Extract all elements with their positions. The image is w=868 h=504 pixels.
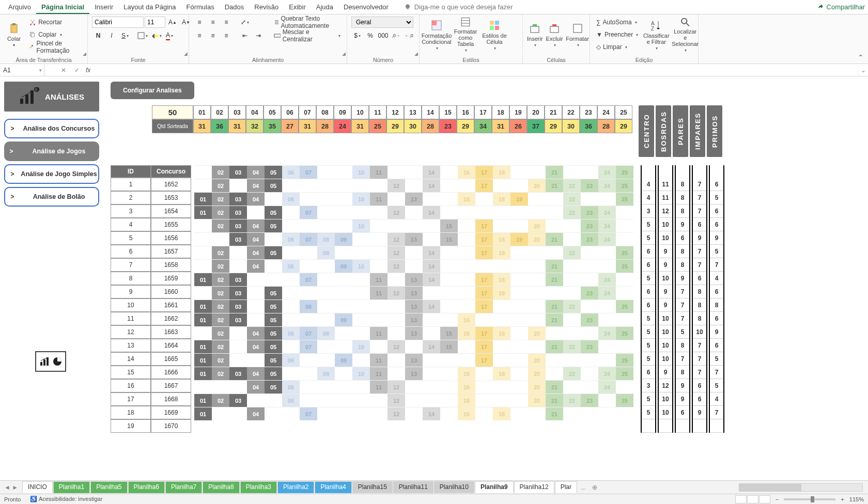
formula-input[interactable] (95, 64, 854, 76)
sheet-tab-planilha1[interactable]: Planilha1 (53, 481, 90, 493)
grid-cell (510, 407, 528, 420)
sheet-tab-planilha11[interactable]: Planilha11 (393, 481, 433, 493)
menu-dados[interactable]: Dados (220, 1, 250, 13)
format-table-button[interactable]: Formatar como Tabela (453, 17, 478, 53)
delete-button[interactable]: Excluir (546, 17, 563, 53)
analysis-btn-0[interactable]: >Análise dos Concursos (4, 119, 99, 138)
font-color-button[interactable]: A (163, 30, 176, 41)
cancel-formula-button[interactable]: ✕ (59, 67, 68, 74)
align-right-button[interactable]: ≡ (220, 30, 233, 41)
sheet-tab-planilha4[interactable]: Planilha4 (315, 481, 351, 493)
svg-rect-17 (495, 26, 499, 30)
sheet-tab-planilha10[interactable]: Planilha10 (434, 481, 474, 493)
sheet-tab-planilha8[interactable]: Planilha8 (203, 481, 239, 493)
menu-arquivo[interactable]: Arquivo (3, 1, 36, 13)
align-top-button[interactable]: ≡ (193, 17, 206, 28)
sheet-tab-planilha3[interactable]: Planilha3 (240, 481, 277, 493)
border-button[interactable] (136, 30, 149, 41)
menu-ajuda[interactable]: Ajuda (311, 1, 338, 13)
grid-cell: 06 (282, 353, 300, 367)
zoom-in[interactable]: + (841, 496, 844, 502)
format-button[interactable]: Formatar (566, 17, 589, 53)
new-sheet-button[interactable]: ⊕ (589, 484, 600, 491)
sheet-tab-inicio[interactable]: INICIO (22, 481, 53, 493)
align-middle-button[interactable]: ≡ (207, 17, 219, 28)
sheet-content[interactable]: Configurar Analises 50 Qtd Sorteada 0131… (103, 77, 868, 480)
clear-button[interactable]: ◇ Limpar (594, 41, 640, 53)
sheet-tab-plar[interactable]: Plar (555, 481, 577, 493)
sheet-tab-planilha6[interactable]: Planilha6 (128, 481, 165, 493)
share-button[interactable]: Compartilhar (817, 3, 865, 11)
cond-format-button[interactable]: Formatação Condicional (424, 17, 450, 53)
decrease-indent-button[interactable]: ⇤ (239, 30, 251, 41)
increase-indent-button[interactable]: ⇥ (252, 30, 265, 41)
copy-button[interactable]: Copiar (27, 29, 83, 40)
orientation-button[interactable]: ⤢ (239, 17, 251, 28)
accept-formula-button[interactable]: ✓ (72, 67, 82, 74)
align-left-button[interactable]: ≡ (193, 30, 206, 41)
dec-decimal-button[interactable]: ←,0 (403, 30, 415, 41)
grid-cell: 02 (212, 393, 229, 407)
currency-button[interactable]: $ (351, 30, 363, 41)
font-name-input[interactable] (92, 17, 144, 28)
number-format-select[interactable]: Geral (351, 17, 413, 28)
menu-fórmulas[interactable]: Fórmulas (181, 1, 220, 13)
hdr-col-11: 11 (369, 105, 386, 119)
find-button[interactable]: Localizar e Selecionar (672, 17, 698, 53)
sheet-tab-planilha2[interactable]: Planilha2 (277, 481, 314, 493)
svg-rect-15 (495, 21, 499, 25)
paste-button[interactable]: Colar ▾ (4, 17, 24, 53)
view-buttons[interactable] (735, 495, 770, 503)
name-box[interactable]: A1 (0, 64, 44, 76)
grid-cell (229, 326, 247, 340)
menu-revisão[interactable]: Revisão (249, 1, 284, 13)
analysis-btn-2[interactable]: >Análise de Jogo Simples (4, 164, 99, 184)
sort-filter-button[interactable]: AZClassificar e Filtrar (643, 17, 669, 53)
cut-button[interactable]: Recortar (27, 17, 83, 28)
sheet-tab-planilha15[interactable]: Planilha15 (352, 481, 393, 493)
format-painter-button[interactable]: Pincel de Formatação (27, 41, 83, 53)
menu-exibir[interactable]: Exibir (284, 1, 311, 13)
zoom-out[interactable]: − (776, 496, 779, 502)
sheet-tab-planilha5[interactable]: Planilha5 (90, 481, 127, 493)
cell-styles-button[interactable]: Estilos de Célula (482, 17, 507, 53)
tab-more[interactable]: ... (578, 484, 589, 491)
align-center-button[interactable]: ≡ (207, 30, 219, 41)
tab-nav[interactable]: ◄ ► (0, 484, 22, 491)
tell-me-box[interactable]: Diga-me o que você deseja fazer (404, 3, 817, 11)
percent-button[interactable]: % (364, 30, 376, 41)
bold-button[interactable]: N (92, 30, 104, 41)
fill-color-button[interactable] (150, 30, 162, 41)
sheet-tab-planilha9[interactable]: Planilha9 (475, 481, 514, 493)
collapse-ribbon-button[interactable]: ⌃ (858, 53, 864, 61)
insert-button[interactable]: Inserir (527, 17, 543, 53)
sheet-tab-planilha12[interactable]: Planilha12 (514, 481, 554, 493)
increase-font-button[interactable]: A▲ (166, 17, 179, 28)
menu-layout-da-página[interactable]: Layout da Página (118, 1, 181, 13)
fill-button[interactable]: ▼ Preencher (594, 29, 640, 40)
menu-inserir[interactable]: Inserir (89, 1, 118, 13)
grid-cell: 01 (194, 353, 212, 367)
menu-desenvolvedor[interactable]: Desenvolvedor (338, 1, 394, 13)
inc-decimal-button[interactable]: ,0→ (390, 30, 402, 41)
grid-cell: 10 (352, 192, 370, 206)
align-bottom-button[interactable]: ≡ (220, 17, 233, 28)
analysis-btn-1[interactable]: >Análise de Jogos (4, 141, 99, 161)
analysis-btn-3[interactable]: >Análise de Bolão (4, 187, 99, 207)
font-size-input[interactable] (145, 17, 165, 28)
merge-button[interactable]: Mesclar e Centralizar (272, 30, 343, 41)
grid-cell: 09 (335, 232, 352, 246)
sheet-tab-planilha7[interactable]: Planilha7 (165, 481, 202, 493)
italic-button[interactable]: I (105, 30, 118, 41)
menu-página-inicial[interactable]: Página Inicial (36, 1, 89, 14)
expand-formula-button[interactable]: ⌄ (858, 64, 868, 76)
autosum-button[interactable]: ∑ AutoSoma (594, 17, 640, 28)
thousands-button[interactable]: 000 (377, 30, 389, 41)
underline-button[interactable]: S (119, 30, 131, 41)
wrap-text-button[interactable]: Quebrar Texto Automaticamente (272, 17, 343, 28)
zoom-slider[interactable] (784, 498, 835, 500)
status-accessibility[interactable]: ♿ Acessibilidade: investigar (30, 496, 102, 502)
configure-button[interactable]: Configurar Analises (111, 82, 194, 99)
fx-icon[interactable]: fx (86, 67, 90, 74)
horizontal-scrollbar[interactable] (739, 483, 863, 492)
